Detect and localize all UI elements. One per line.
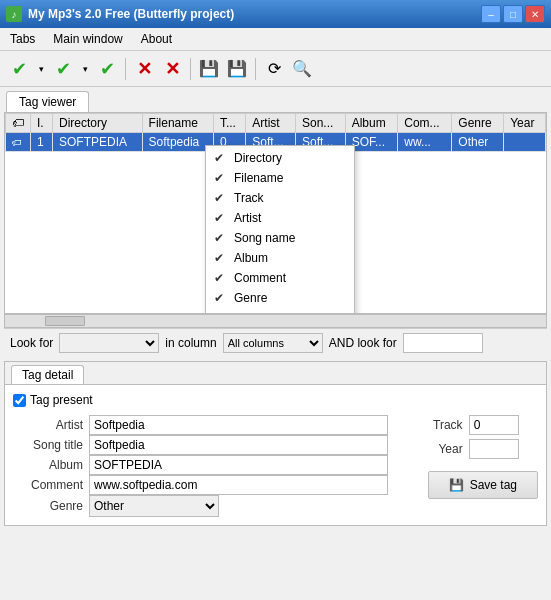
save-label: Save tag [470,478,517,492]
minimize-button[interactable]: – [481,5,501,23]
save-tag-button[interactable]: 💾 Save tag [428,471,538,499]
menu-tabs[interactable]: Tabs [6,30,39,48]
dropdown-item-track[interactable]: ✔ Track [206,188,354,208]
scrollbar-thumb[interactable] [45,316,85,326]
year-label: Year [428,442,463,456]
menu-main-window[interactable]: Main window [49,30,126,48]
dropdown-label-genre: Genre [234,291,267,305]
detail-section: Tag detail Tag present Artist Song title… [4,361,547,526]
row-tag-icon: 🏷 [12,137,22,148]
dropdown-label-directory: Directory [234,151,282,165]
dropdown-item-album[interactable]: ✔ Album [206,248,354,268]
toolbar-separator-3 [255,58,256,80]
tab-tag-viewer[interactable]: Tag viewer [6,91,89,112]
dropdown-item-directory[interactable]: ✔ Directory [206,148,354,168]
dropdown-label-artist: Artist [234,211,261,225]
check-green2-dropdown[interactable]: ▾ [78,56,92,82]
table-container: 🏷 I. Directory Filename T... Artist Son.… [5,113,546,313]
artist-label: Artist [13,418,83,432]
col-header-song[interactable]: Son... [295,114,345,133]
col-header-track[interactable]: T... [213,114,245,133]
col-header-icon[interactable]: 🏷 [6,114,31,133]
toolbar-separator-1 [125,58,126,80]
x-red-button[interactable]: ✕ [131,56,157,82]
app-icon: ♪ [6,6,22,22]
col-header-index[interactable]: I. [31,114,53,133]
save2-button[interactable]: 💾 [224,56,250,82]
form-left: Artist Song title Album Comment Genre [13,415,388,517]
check-green-button[interactable]: ✔ [6,56,32,82]
dropdown-label-comment: Comment [234,271,286,285]
dropdown-item-genre[interactable]: ✔ Genre [206,288,354,308]
dropdown-item-filename[interactable]: ✔ Filename [206,168,354,188]
dropdown-label-track: Track [234,191,264,205]
track-input[interactable] [469,415,519,435]
year-input[interactable] [469,439,519,459]
check-filename: ✔ [214,171,228,185]
row-icon-cell: 🏷 [6,133,31,152]
col-header-comment[interactable]: Com... [398,114,452,133]
check-year: ✔ [214,311,228,313]
x-red2-button[interactable]: ✕ [159,56,185,82]
look-for-label: Look for [10,336,53,350]
genre-row: Genre Other [13,495,388,517]
dropdown-label-album: Album [234,251,268,265]
row-comment: ww... [398,133,452,152]
close-button[interactable]: ✕ [525,5,545,23]
main-table-area: 🏷 I. Directory Filename T... Artist Son.… [4,112,547,314]
tag-present-label: Tag present [30,393,93,407]
tag-present-checkbox[interactable] [13,394,26,407]
and-look-for-input[interactable] [403,333,483,353]
tab-tag-detail[interactable]: Tag detail [11,365,84,384]
col-header-album[interactable]: Album [345,114,398,133]
save1-button[interactable]: 💾 [196,56,222,82]
check-directory: ✔ [214,151,228,165]
col-header-artist[interactable]: Artist [246,114,296,133]
dropdown-item-artist[interactable]: ✔ Artist [206,208,354,228]
row-genre: Other [452,133,504,152]
col-header-genre[interactable]: Genre [452,114,504,133]
row-year [504,133,546,152]
refresh-button[interactable]: ⟳ [261,56,287,82]
check-green3-button[interactable]: ✔ [94,56,120,82]
and-look-for-label: AND look for [329,336,397,350]
column-dropdown-menu: ✔ Directory ✔ Filename ✔ Track ✔ Artist … [205,145,355,313]
track-label: Track [428,418,463,432]
check-track: ✔ [214,191,228,205]
menu-about[interactable]: About [137,30,176,48]
year-row: Year [428,439,538,459]
look-for-input[interactable] [59,333,159,353]
column-select[interactable]: All columns [223,333,323,353]
album-input[interactable] [89,455,388,475]
dropdown-item-song-name[interactable]: ✔ Song name [206,228,354,248]
genre-select[interactable]: Other [89,495,219,517]
check-genre: ✔ [214,291,228,305]
check-green2-button[interactable]: ✔ [50,56,76,82]
col-header-directory[interactable]: Directory [53,114,143,133]
tag-icon: 🏷 [12,116,24,130]
col-header-year[interactable]: Year [504,114,546,133]
album-row: Album [13,455,388,475]
form-right: Track Year 💾 Save tag [408,415,538,517]
album-label: Album [13,458,83,472]
dropdown-item-year[interactable]: ✔ Year [206,308,354,313]
artist-input[interactable] [89,415,388,435]
row-filename: Softpedia [142,133,213,152]
row-directory: SOFTPEDIA [53,133,143,152]
maximize-button[interactable]: □ [503,5,523,23]
toolbar: ✔ ▾ ✔ ▾ ✔ ✕ ✕ 💾 💾 ⟳ 🔍 [0,51,551,87]
toolbar-separator-2 [190,58,191,80]
horizontal-scrollbar[interactable] [4,314,547,328]
track-row: Track [428,415,538,435]
comment-row: Comment [13,475,388,495]
comment-input[interactable] [89,475,388,495]
dropdown-item-comment[interactable]: ✔ Comment [206,268,354,288]
col-header-filename[interactable]: Filename [142,114,213,133]
check-green-dropdown[interactable]: ▾ [34,56,48,82]
search-icon-button[interactable]: 🔍 [289,56,315,82]
window-title: My Mp3's 2.0 Free (Butterfly project) [28,7,234,21]
song-title-input[interactable] [89,435,388,455]
row-index: 1 [31,133,53,152]
search-bar: Look for in column All columns AND look … [4,328,547,357]
song-title-row: Song title [13,435,388,455]
